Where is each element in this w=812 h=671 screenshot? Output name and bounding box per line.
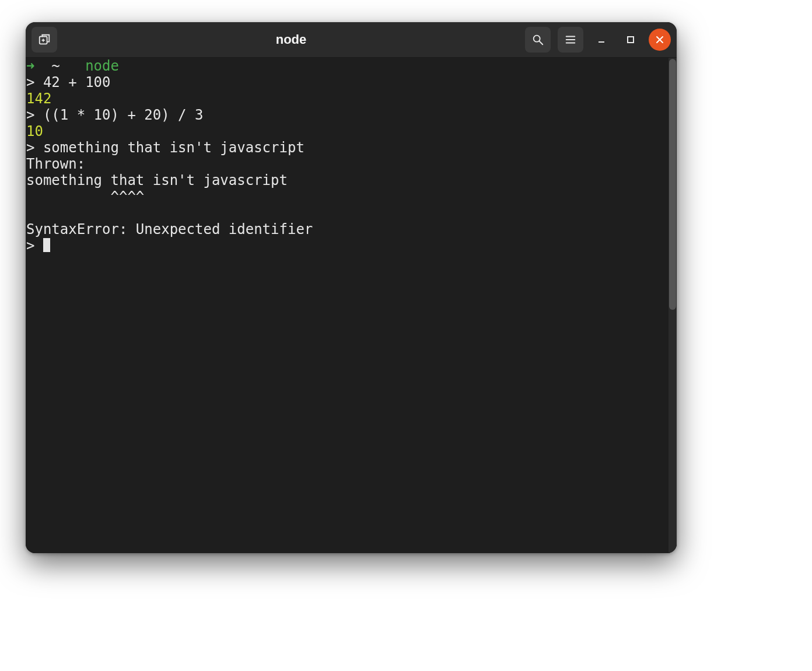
search-button[interactable] — [525, 27, 551, 53]
maximize-button[interactable] — [620, 29, 642, 51]
repl-result-1: 10 — [26, 123, 43, 139]
search-icon — [531, 33, 544, 46]
maximize-icon — [626, 35, 635, 44]
repl-prompt: > — [26, 74, 43, 90]
new-tab-icon — [38, 33, 51, 46]
window-title: node — [63, 32, 519, 47]
repl-input-0: 42 + 100 — [43, 74, 111, 90]
error-thrown-label: Thrown: — [26, 156, 85, 172]
close-button[interactable] — [649, 29, 671, 51]
shell-command: node — [85, 58, 119, 74]
titlebar: node — [26, 22, 677, 58]
svg-rect-7 — [628, 37, 634, 43]
scrollbar-thumb[interactable] — [669, 59, 676, 310]
terminal-output[interactable]: ➜ ~ node > 42 + 100 142 > ((1 * 10) + 20… — [26, 58, 677, 553]
repl-result-0: 142 — [26, 90, 51, 107]
terminal-window: node — [26, 22, 677, 553]
repl-input-2: something that isn't javascript — [43, 139, 304, 156]
svg-line-2 — [540, 41, 543, 45]
scrollbar-track[interactable] — [668, 58, 677, 553]
repl-input-1: ((1 * 10) + 20) / 3 — [43, 107, 204, 123]
error-caret-line: ^^^^ — [26, 188, 144, 205]
svg-point-1 — [534, 36, 540, 42]
cursor-block — [43, 238, 50, 252]
prompt-arrow: ➜ — [26, 58, 34, 74]
repl-prompt: > — [26, 139, 43, 156]
menu-button[interactable] — [558, 27, 583, 53]
repl-prompt: > — [26, 107, 43, 123]
terminal-viewport[interactable]: ➜ ~ node > 42 + 100 142 > ((1 * 10) + 20… — [26, 58, 677, 553]
prompt-path: ~ — [51, 58, 60, 74]
close-icon — [655, 35, 664, 44]
hamburger-icon — [564, 33, 577, 46]
minimize-icon — [597, 35, 606, 44]
error-message: SyntaxError: Unexpected identifier — [26, 221, 313, 237]
error-echo-line: something that isn't javascript — [26, 172, 288, 188]
minimize-button[interactable] — [590, 29, 612, 51]
repl-prompt: > — [26, 237, 43, 254]
new-tab-button[interactable] — [32, 27, 57, 53]
